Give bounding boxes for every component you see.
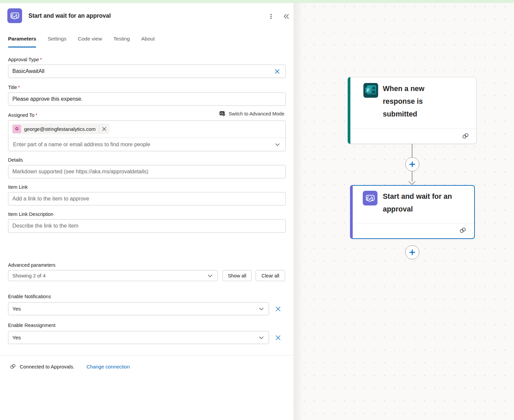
trigger-card[interactable]: F When a new response is submitted bbox=[348, 77, 477, 144]
panel-title: Start and wait for an approval bbox=[28, 12, 111, 19]
title-input[interactable] bbox=[12, 96, 281, 102]
action-card-title: Start and wait for an approval bbox=[383, 190, 466, 216]
item-link-input[interactable] bbox=[12, 196, 281, 202]
approvals-icon bbox=[363, 191, 377, 205]
approval-type-label: Approval Type* bbox=[8, 57, 42, 62]
forms-icon: F bbox=[363, 83, 378, 98]
footer-divider bbox=[0, 355, 294, 355]
enable-reassignment-clear-button[interactable] bbox=[273, 333, 283, 342]
approval-type-clear-button[interactable] bbox=[273, 67, 281, 76]
assigned-to-search-input[interactable] bbox=[13, 142, 274, 148]
details-field bbox=[8, 165, 286, 178]
advanced-parameters-select[interactable]: Showing 2 of 4 bbox=[8, 270, 218, 281]
tab-settings[interactable]: Settings bbox=[48, 36, 66, 48]
tab-testing[interactable]: Testing bbox=[113, 36, 130, 48]
switch-advanced-mode-button[interactable]: Switch to Advanced Mode bbox=[219, 110, 284, 117]
tab-code-view[interactable]: Code view bbox=[78, 36, 102, 48]
code-edit-icon bbox=[219, 110, 226, 117]
trigger-accent-bar bbox=[348, 77, 350, 144]
avatar: G bbox=[13, 125, 21, 133]
chevron-down-icon bbox=[207, 272, 213, 279]
item-link-field bbox=[8, 192, 286, 205]
enable-notifications-clear-button[interactable] bbox=[273, 304, 283, 314]
collapse-panel-button[interactable] bbox=[280, 11, 291, 22]
approvals-icon bbox=[7, 8, 22, 23]
title-field bbox=[8, 92, 286, 106]
action-card[interactable]: Start and wait for an approval bbox=[350, 185, 475, 239]
item-link-label: Item Link bbox=[8, 184, 28, 190]
details-input[interactable] bbox=[12, 169, 281, 175]
remove-assignee-button[interactable] bbox=[99, 123, 109, 134]
details-label: Details bbox=[8, 157, 23, 163]
assignee-chip[interactable]: G george@stringfestanalytics.com bbox=[11, 123, 109, 134]
trigger-card-title: When a new response is submitted bbox=[383, 82, 455, 120]
title-label: Title* bbox=[8, 85, 20, 90]
panel-shadow bbox=[294, 3, 303, 420]
enable-reassignment-label: Enable Reassignment bbox=[8, 323, 56, 328]
action-config-panel: Start and wait for an approval Parameter… bbox=[0, 3, 294, 420]
show-all-button[interactable]: Show all bbox=[223, 270, 252, 281]
enable-notifications-label: Enable Notifications bbox=[8, 294, 51, 299]
double-chevron-left-icon bbox=[282, 13, 289, 20]
plus-icon bbox=[408, 248, 416, 256]
add-step-button[interactable] bbox=[405, 245, 419, 259]
item-link-description-field bbox=[8, 219, 286, 233]
assignee-email: george@stringfestanalytics.com bbox=[21, 126, 99, 132]
tab-parameters[interactable]: Parameters bbox=[8, 36, 36, 48]
kebab-icon bbox=[268, 13, 274, 20]
action-accent-bar bbox=[350, 185, 353, 239]
advanced-parameters-label: Advanced parameters bbox=[8, 262, 56, 268]
connected-text: Connected to Approvals. bbox=[20, 364, 74, 369]
tab-about[interactable]: About bbox=[141, 36, 155, 48]
approval-type-input[interactable] bbox=[12, 68, 273, 74]
connection-link-icon bbox=[459, 227, 467, 235]
flow-canvas: F When a new response is submitted Start… bbox=[294, 3, 514, 420]
clear-all-button[interactable]: Clear all bbox=[256, 270, 285, 281]
chevron-down-icon bbox=[258, 334, 265, 341]
more-actions-button[interactable] bbox=[266, 11, 276, 22]
link-icon bbox=[9, 363, 16, 369]
item-link-description-label: Item Link Description bbox=[8, 212, 53, 217]
enable-reassignment-select[interactable]: Yes bbox=[8, 331, 269, 344]
assigned-to-field: G george@stringfestanalytics.com bbox=[8, 120, 286, 151]
insert-step-button[interactable] bbox=[405, 157, 419, 171]
chevron-down-icon bbox=[258, 306, 265, 312]
plus-icon bbox=[408, 160, 416, 168]
connection-link-icon bbox=[461, 133, 469, 141]
item-link-description-input[interactable] bbox=[12, 223, 281, 229]
enable-notifications-select[interactable]: Yes bbox=[8, 302, 269, 315]
change-connection-link[interactable]: Change connection bbox=[86, 364, 130, 369]
connection-footer: Connected to Approvals. Change connectio… bbox=[9, 363, 130, 369]
status-strip bbox=[0, 0, 514, 3]
assigned-to-label: Assigned To* bbox=[8, 112, 37, 118]
panel-tabs: Parameters Settings Code view Testing Ab… bbox=[8, 36, 155, 48]
chevron-down-icon[interactable] bbox=[274, 141, 281, 148]
approval-type-field bbox=[8, 65, 286, 78]
